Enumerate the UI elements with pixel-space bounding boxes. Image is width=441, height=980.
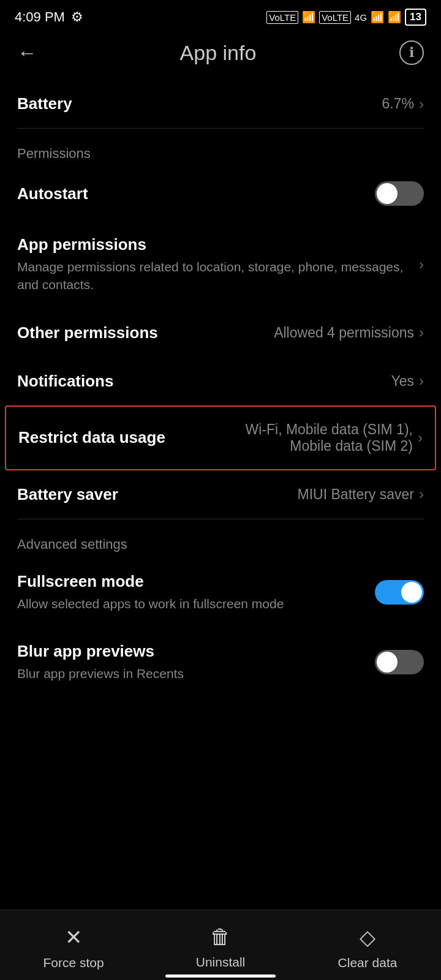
other-permissions-item[interactable]: Other permissions Allowed 4 permissions …	[0, 309, 441, 357]
battery-item[interactable]: Battery 6.7% ›	[0, 80, 441, 128]
other-permissions-chevron: ›	[419, 324, 424, 341]
blur-app-previews-subtitle: Blur app previews in Recents	[17, 665, 375, 682]
force-stop-label: Force stop	[43, 956, 104, 970]
home-indicator	[165, 974, 276, 978]
autostart-toggle[interactable]	[375, 181, 424, 206]
blur-app-previews-toggle[interactable]	[375, 650, 424, 674]
volte-icon-2: VoLTE	[319, 11, 351, 24]
app-header: ← App info ℹ	[0, 31, 441, 80]
notifications-label: Notifications	[17, 372, 381, 391]
other-permissions-right: Allowed 4 permissions ›	[274, 324, 424, 341]
info-icon: ℹ	[409, 45, 414, 61]
signal-icon-2: 📶	[371, 10, 384, 24]
permissions-section-label: Permissions	[0, 129, 441, 167]
uninstall-label: Uninstall	[196, 955, 246, 970]
clear-data-action[interactable]: ◇ Clear data	[331, 925, 404, 970]
fullscreen-mode-item[interactable]: Fullscreen mode Allow selected apps to w…	[0, 557, 441, 627]
4g-label: 4G	[355, 12, 367, 23]
restrict-data-usage-label: Restrict data usage	[18, 428, 229, 447]
uninstall-icon: 🗑	[210, 925, 231, 949]
blur-app-previews-item[interactable]: Blur app previews Blur app previews in R…	[0, 627, 441, 697]
clear-data-icon: ◇	[360, 925, 375, 949]
notifications-chevron: ›	[419, 372, 424, 390]
status-right: VoLTE 📶 VoLTE 4G 📶 📶 13	[266, 9, 426, 26]
page-title: App info	[180, 41, 257, 65]
status-bar: 4:09 PM ⚙ VoLTE 📶 VoLTE 4G 📶 📶 13	[0, 0, 441, 31]
app-permissions-label: App permissions	[17, 235, 409, 254]
app-permissions-right: ›	[419, 256, 424, 273]
fullscreen-mode-subtitle: Allow selected apps to work in fullscree…	[17, 595, 375, 612]
notifications-right: Yes ›	[391, 372, 424, 390]
content-area: Battery 6.7% › Permissions Autostart App…	[0, 80, 441, 808]
advanced-settings-label: Advanced settings	[0, 519, 441, 557]
notifications-item[interactable]: Notifications Yes ›	[0, 357, 441, 405]
app-permissions-item[interactable]: App permissions Manage permissions relat…	[0, 221, 441, 309]
uninstall-action[interactable]: 🗑 Uninstall	[184, 925, 257, 970]
status-left: 4:09 PM ⚙	[15, 9, 83, 25]
app-permissions-chevron: ›	[419, 256, 424, 273]
back-button[interactable]: ←	[17, 42, 37, 64]
gear-icon: ⚙	[71, 9, 83, 25]
app-permissions-subtitle: Manage permissions related to location, …	[17, 258, 409, 294]
other-permissions-value: Allowed 4 permissions	[274, 325, 414, 341]
battery-saver-value: MIUI Battery saver	[298, 486, 414, 503]
battery-saver-chevron: ›	[419, 486, 424, 503]
restrict-data-usage-item[interactable]: Restrict data usage Wi-Fi, Mobile data (…	[5, 405, 436, 470]
time-display: 4:09 PM	[15, 9, 65, 25]
force-stop-icon: ✕	[65, 925, 82, 949]
fullscreen-mode-label: Fullscreen mode	[17, 572, 375, 591]
battery-saver-label: Battery saver	[17, 485, 288, 504]
battery-saver-item[interactable]: Battery saver MIUI Battery saver ›	[0, 470, 441, 519]
volte-icon: VoLTE	[266, 11, 298, 24]
restrict-data-usage-value: Wi-Fi, Mobile data (SIM 1), Mobile data …	[239, 421, 413, 454]
other-permissions-label: Other permissions	[17, 323, 264, 342]
battery-chevron: ›	[419, 96, 424, 113]
fullscreen-toggle-knob	[401, 582, 422, 603]
blur-app-previews-toggle-knob	[377, 652, 398, 673]
battery-value-row: 6.7% ›	[382, 96, 424, 113]
info-button[interactable]: ℹ	[399, 40, 424, 65]
clear-data-label: Clear data	[338, 956, 398, 970]
signal-icon-1: 📶	[302, 10, 315, 24]
battery-saver-right: MIUI Battery saver ›	[298, 486, 424, 503]
battery-label: Battery	[17, 94, 372, 113]
autostart-toggle-knob	[377, 183, 398, 204]
autostart-label: Autostart	[17, 184, 375, 203]
wifi-icon: 📶	[388, 10, 401, 24]
blur-app-previews-label: Blur app previews	[17, 642, 375, 661]
force-stop-action[interactable]: ✕ Force stop	[37, 925, 110, 970]
autostart-item[interactable]: Autostart	[0, 167, 441, 221]
restrict-data-usage-chevron: ›	[418, 429, 423, 447]
battery-indicator: 13	[405, 9, 426, 26]
fullscreen-toggle[interactable]	[375, 580, 424, 605]
bottom-bar: ✕ Force stop 🗑 Uninstall ◇ Clear data	[0, 910, 441, 980]
notifications-value: Yes	[391, 373, 414, 390]
battery-value: 6.7%	[382, 96, 414, 112]
restrict-data-usage-right: Wi-Fi, Mobile data (SIM 1), Mobile data …	[239, 421, 423, 454]
